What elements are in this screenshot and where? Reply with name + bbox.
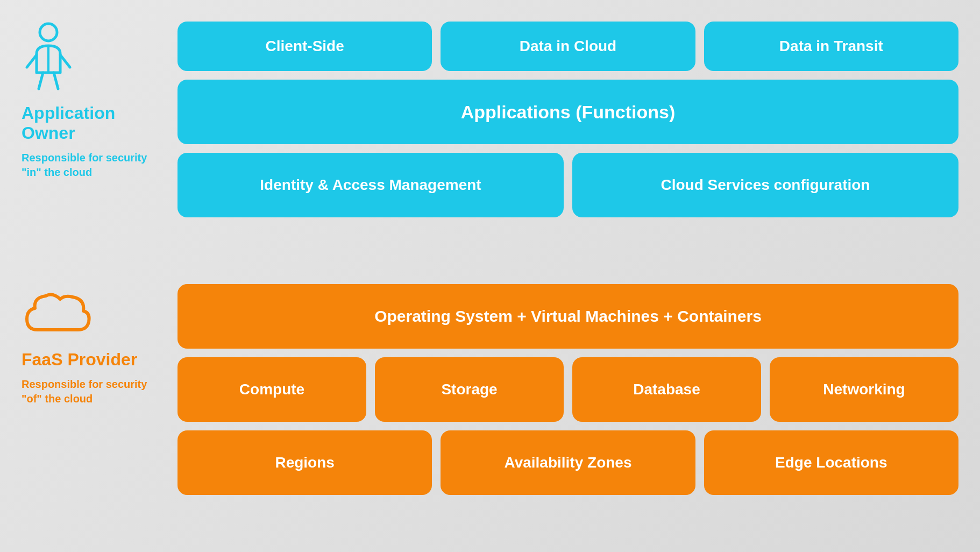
svg-line-2 [60,55,70,67]
person-icon [22,22,75,94]
networking-card: Networking [770,357,958,422]
application-owner-title: Application Owner [22,103,161,143]
client-side-card: Client-Side [177,22,432,71]
svg-line-3 [39,73,43,89]
applications-functions-card: Applications (Functions) [177,80,958,144]
faas-provider-subtitle: Responsible for security "of" the cloud [22,377,161,406]
application-owner-cards: Client-Side Data in Cloud Data in Transi… [177,16,958,217]
faas-provider-panel: FaaS Provider Responsible for security "… [22,284,161,406]
application-owner-subtitle: Responsible for security "in" the cloud [22,151,161,180]
identity-access-card: Identity & Access Management [177,153,564,217]
top-row-1: Client-Side Data in Cloud Data in Transi… [177,22,958,71]
bottom-row-2: Compute Storage Database Networking [177,357,958,422]
faas-provider-cards: Operating System + Virtual Machines + Co… [177,284,958,495]
application-owner-panel: Application Owner Responsible for securi… [22,16,161,180]
data-in-cloud-card: Data in Cloud [441,22,695,71]
cloud-services-card: Cloud Services configuration [572,153,958,217]
availability-zones-card: Availability Zones [441,430,695,495]
main-container: Application Owner Responsible for securi… [0,0,980,552]
os-vms-containers-card: Operating System + Virtual Machines + Co… [177,284,958,349]
regions-card: Regions [177,430,432,495]
compute-card: Compute [177,357,366,422]
top-row-2: Applications (Functions) [177,80,958,144]
bottom-row-1: Operating System + Virtual Machines + Co… [177,284,958,349]
svg-line-1 [27,55,37,67]
storage-card: Storage [375,357,564,422]
bottom-row-3: Regions Availability Zones Edge Location… [177,430,958,495]
top-section: Application Owner Responsible for securi… [22,16,958,268]
top-row-3: Identity & Access Management Cloud Servi… [177,153,958,217]
svg-point-0 [40,24,57,41]
database-card: Database [572,357,761,422]
faas-provider-title: FaaS Provider [22,350,137,370]
cloud-icon [22,289,91,340]
data-in-transit-card: Data in Transit [704,22,958,71]
edge-locations-card: Edge Locations [704,430,958,495]
svg-line-4 [54,73,58,89]
bottom-section: FaaS Provider Responsible for security "… [22,284,958,536]
